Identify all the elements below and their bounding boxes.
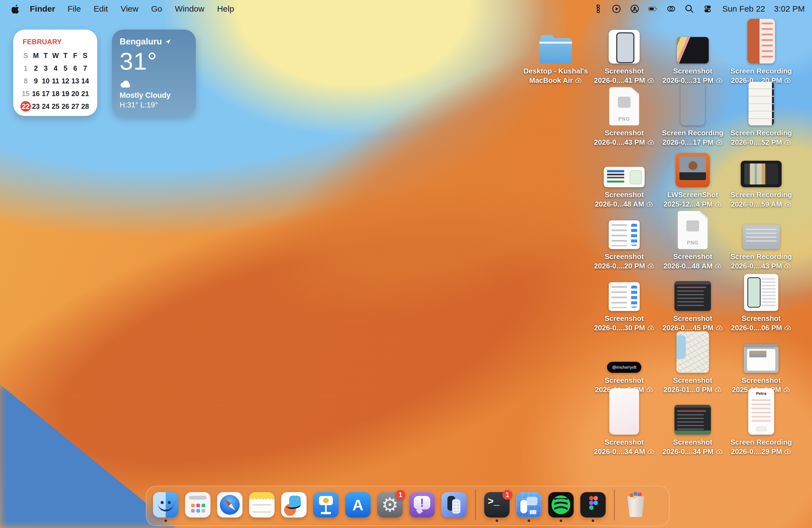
dock-freeform[interactable] bbox=[281, 492, 307, 517]
menu-item[interactable]: File bbox=[61, 4, 87, 14]
spotlight-search-icon[interactable] bbox=[685, 4, 694, 14]
dock-trash[interactable] bbox=[623, 492, 649, 517]
dock: 1 1 bbox=[146, 486, 669, 526]
file-thumbnail-area: @imchxrryxft bbox=[607, 335, 641, 373]
desktop-item-screenshot-31pm[interactable]: Screenshot 2026-0....31 PM bbox=[658, 25, 727, 87]
dock-terminal[interactable]: 1 bbox=[484, 492, 510, 517]
menu-item[interactable]: View bbox=[114, 4, 145, 14]
menu-item[interactable]: Help bbox=[211, 4, 241, 14]
dock-finder[interactable] bbox=[153, 492, 178, 517]
file-thumbnail-area bbox=[677, 335, 709, 373]
location-arrow-icon bbox=[164, 39, 171, 45]
menu-bar-date[interactable]: Sun Feb 22 bbox=[722, 4, 765, 14]
desktop-item-screenshot-06pm[interactable]: Screenshot 2026-0....06 PM bbox=[727, 273, 795, 335]
file-name-line2: 2026-0....43 PM bbox=[731, 261, 782, 270]
apple-menu-icon[interactable] bbox=[12, 4, 20, 14]
menu-bar-clock[interactable]: 3:02 PM bbox=[774, 4, 805, 14]
desktop-item-recording-17pm[interactable]: Screen Recording 2026-0....17 PM bbox=[658, 87, 727, 149]
user-account-icon[interactable] bbox=[630, 4, 639, 14]
icloud-download-icon bbox=[715, 201, 722, 207]
control-center-icon[interactable] bbox=[703, 4, 712, 14]
file-label: Desktop - Kushal's MacBook Air bbox=[523, 66, 588, 85]
menu-item[interactable]: Edit bbox=[87, 4, 114, 14]
file-name-line1: Screen Recording bbox=[730, 438, 792, 446]
desktop-item-screenshot-48am-2[interactable]: PNG Screenshot 2026-0...48 AM bbox=[658, 211, 727, 273]
dock-feedback-assistant[interactable] bbox=[409, 492, 435, 517]
dock-launchpad[interactable] bbox=[185, 492, 211, 517]
desktop-item-folder[interactable]: Desktop - Kushal's MacBook Air bbox=[521, 25, 590, 87]
desktop-item-screenshot-41pm[interactable]: Screenshot 2026-0....41 PM bbox=[590, 25, 658, 87]
desktop-item-screenshot-30pm[interactable]: Screenshot 2026-0....30 PM bbox=[590, 273, 658, 335]
file-name-line2: 2026-0....52 PM bbox=[731, 137, 782, 147]
dock-notes[interactable] bbox=[249, 492, 275, 517]
figma-status-icon[interactable] bbox=[594, 4, 603, 14]
icloud-download-icon bbox=[716, 449, 723, 455]
dock-keynote[interactable] bbox=[313, 492, 338, 517]
desktop-item-recording-20pm[interactable]: Screen Recording 2026-0....20 PM bbox=[727, 25, 795, 87]
desktop-item-recording-52pm[interactable]: Screen Recording 2026-0....52 PM bbox=[727, 87, 795, 149]
dock-simulator[interactable] bbox=[516, 492, 541, 517]
file-name-line1: Screenshot bbox=[673, 67, 712, 75]
dock-figma[interactable] bbox=[580, 492, 606, 517]
app-icon bbox=[623, 492, 649, 517]
desktop-item-screenshot-0pm[interactable]: Screenshot 2026-01...0 PM bbox=[658, 335, 727, 397]
active-app-menu[interactable]: Finder bbox=[24, 4, 61, 14]
continuity-link-icon[interactable] bbox=[666, 4, 676, 14]
desktop-item-recording-43pm[interactable]: Screen Recording 2026-0....43 PM bbox=[727, 211, 795, 273]
desktop-item-screenshot-48am[interactable]: Screenshot 2026-0...48 AM bbox=[590, 149, 658, 211]
file-thumbnail bbox=[749, 82, 774, 126]
menu-bar: Finder File Edit View Go Window Help bbox=[0, 0, 812, 18]
file-label: LWScreenShot 2025-12...4 PM bbox=[663, 190, 722, 209]
weather-high-low: H:31° L:19° bbox=[120, 101, 188, 109]
calendar-day: 27 bbox=[70, 101, 81, 112]
desktop-item-recording-59am[interactable]: Screen Recording 2026-0....59 AM bbox=[727, 149, 795, 211]
icloud-download-icon bbox=[648, 139, 655, 145]
dock-app-store[interactable] bbox=[345, 492, 371, 517]
calendar-widget[interactable]: FEBRUARY S M T W T F S 1 2 3 bbox=[13, 30, 97, 116]
file-name-line1: Screenshot bbox=[605, 252, 644, 261]
file-name-line2: 2026-0....59 AM bbox=[731, 200, 782, 209]
icloud-download-icon bbox=[784, 325, 792, 331]
weather-widget[interactable]: Bengaluru 31° Mostly Cloudy H:31° L:19° bbox=[112, 30, 196, 116]
calendar-day: 24 bbox=[41, 101, 51, 112]
file-thumbnail bbox=[744, 274, 778, 311]
calendar-weekday: T bbox=[60, 50, 70, 61]
dock-spotify[interactable] bbox=[548, 492, 574, 517]
calendar-day: 11 bbox=[50, 76, 60, 86]
file-name-line2: 2026-0....34 PM bbox=[663, 447, 714, 456]
calendar-day: 1 bbox=[20, 63, 31, 73]
file-label: Screenshot 2026-0...48 AM bbox=[663, 252, 722, 270]
desktop-item-screenshot-20pm[interactable]: Screenshot 2026-0....20 PM bbox=[590, 211, 658, 273]
file-label: Screenshot 2026-0....20 PM bbox=[594, 252, 655, 270]
battery-icon[interactable] bbox=[648, 4, 657, 14]
desktop-item-screenshot-34pm[interactable]: Screenshot 2026-0....34 PM bbox=[658, 397, 727, 458]
dock-iphone-mirroring[interactable] bbox=[441, 492, 467, 517]
calendar-weekday: S bbox=[80, 50, 90, 61]
calendar-day: 20 bbox=[70, 88, 81, 99]
weather-condition: Mostly Cloudy bbox=[120, 91, 188, 100]
desktop-item-screenshot-34am[interactable]: Screenshot 2026-0....34 AM bbox=[590, 397, 658, 458]
calendar-day: 5 bbox=[60, 63, 70, 73]
thumbnail-doc-type: PNG bbox=[609, 116, 639, 122]
now-playing-icon[interactable] bbox=[612, 4, 621, 14]
desktop-item-screenshot-5pm[interactable]: @imchxrryxft Screenshot 2026-01...5 PM bbox=[590, 335, 658, 397]
dock-system-settings[interactable]: 1 bbox=[377, 492, 403, 517]
file-thumbnail: PNG bbox=[609, 87, 639, 126]
menu-item[interactable]: Window bbox=[169, 4, 211, 14]
menu-item[interactable]: Go bbox=[145, 4, 169, 14]
dock-separator-2 bbox=[614, 489, 615, 520]
desktop-item-screenshot-9pm[interactable]: Screenshot 2025-12...9 PM bbox=[727, 335, 795, 397]
icloud-download-icon bbox=[784, 263, 791, 269]
file-thumbnail-area bbox=[741, 149, 782, 187]
icloud-download-icon bbox=[716, 325, 723, 331]
desktop-item-screenshot-43pm[interactable]: PNG Screenshot 2026-0....43 PM bbox=[590, 87, 658, 149]
dock-safari[interactable] bbox=[217, 492, 243, 517]
calendar-day: 7 bbox=[80, 63, 90, 73]
desktop-item-lwscreenshot-4pm[interactable]: LWScreenShot 2025-12...4 PM bbox=[658, 149, 727, 211]
file-name-line1: Screenshot bbox=[673, 252, 712, 261]
app-icon bbox=[345, 492, 371, 517]
file-thumbnail bbox=[539, 38, 572, 63]
desktop-item-screenshot-45pm[interactable]: Screenshot 2026-0....45 PM bbox=[658, 273, 727, 335]
desktop-item-recording-29pm[interactable]: Petra Screen Recording 2026-0....29 PM bbox=[727, 397, 795, 458]
file-name-line2: MacBook Air bbox=[529, 76, 573, 85]
